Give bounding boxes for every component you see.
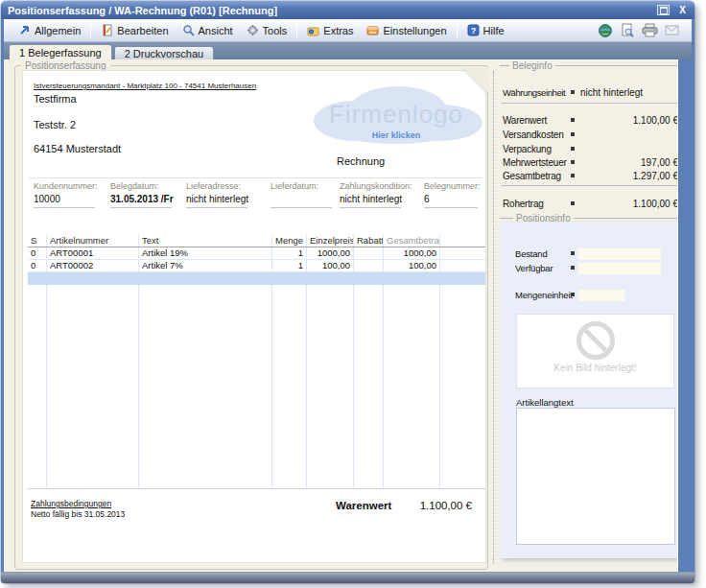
company-logo-placeholder[interactable]: Firmenlogo Hier klicken (304, 81, 488, 148)
menu-item-bearbeiten[interactable]: Bearbeiten (94, 22, 175, 38)
field-label: Lieferadresse: (186, 181, 263, 191)
window-title: Positionserfassung / WA-Rechnung (R01) [… (8, 5, 657, 16)
zahlungsbedingungen-link[interactable]: Zahlungsbedingungen (31, 499, 111, 508)
company-city: 64154 Musterstadt (34, 143, 121, 154)
menu-item-tools[interactable]: Tools (240, 22, 294, 38)
col-header-text[interactable]: Text (139, 235, 272, 247)
positionsinfo-row-verfuegbar: Verfügbar (500, 263, 678, 274)
beleginfo-row-verpackung: Verpackung (502, 144, 678, 155)
cell-text: Artikel 19% (139, 247, 272, 259)
positionsinfo-group-header: Positionsinfo (500, 213, 678, 223)
col-header-einzelpreis[interactable]: Einzelpreis (307, 235, 354, 247)
field-underline (271, 207, 332, 208)
menu-label: Tools (263, 25, 288, 36)
col-header-artikelnummer[interactable]: Artikelnummer (47, 235, 139, 247)
mengeneinheit-value-field (578, 290, 624, 301)
menu-item-einstellungen[interactable]: Einstellungen (360, 22, 453, 38)
menu-item-allgemein[interactable]: Allgemein (12, 22, 87, 38)
print-preview-icon[interactable] (620, 23, 635, 38)
bullet-icon (571, 132, 575, 136)
table-row[interactable]: 0 ART00002 Artikel 7% 1 100,00 100,00 (28, 260, 485, 272)
cell-einzelpreis: 100,00 (307, 260, 354, 271)
artikellangtext-textbox[interactable] (516, 408, 675, 545)
table-row[interactable]: 0 ART00001 Artikel 19% 1 1000,00 1000,00 (28, 247, 485, 260)
mandant-link[interactable]: Istversteuerungsmandant - Marktplatz 100… (34, 82, 256, 90)
no-image-text: Kein Bild hinterlegt! (517, 363, 673, 373)
row-label: Gesamtbetrag (503, 171, 561, 181)
cell-artikelnummer: ART00002 (47, 260, 139, 271)
no-image-icon (577, 321, 615, 360)
arrow-ne-icon (18, 24, 31, 36)
grid-col (47, 285, 139, 488)
row-label: Mehrwertsteuer (503, 157, 567, 168)
document-type-label: Rechnung (337, 155, 385, 167)
table-row-selected-empty[interactable] (28, 272, 485, 285)
field-value[interactable]: 31.05.2013 /Fr (110, 194, 174, 204)
mail-icon[interactable] (665, 24, 680, 36)
menu-item-extras[interactable]: Extras (300, 22, 360, 38)
beleginfo-group-header: Beleginfo (500, 60, 678, 70)
bestand-value-field (578, 248, 661, 260)
cell-blank (440, 260, 485, 271)
menu-separator (90, 23, 91, 38)
col-header-s[interactable]: S (28, 235, 47, 247)
col-header-gesamtbetrag[interactable]: Gesamtbetrag (384, 235, 440, 247)
close-icon[interactable]: X (677, 5, 688, 15)
tab-strip: 1 Belegerfassung 2 Druckvorschau (4, 42, 692, 59)
printer-icon[interactable] (642, 23, 658, 38)
beleginfo-divider (502, 103, 678, 104)
menu-separator (457, 23, 458, 38)
menu-item-hilfe[interactable]: ? Hilfe (460, 22, 511, 38)
beleginfo-row-warenwert: Warenwert 1.100,00 € (502, 115, 678, 127)
groupbox-line (500, 218, 513, 219)
help-icon: ? (467, 24, 480, 36)
grid-col (272, 285, 307, 488)
tab-druckvorschau[interactable]: 2 Druckvorschau (114, 46, 215, 59)
beleginfo-label: Beleginfo (509, 60, 555, 71)
menu-separator (296, 23, 297, 38)
positionsinfo-label: Positionsinfo (513, 213, 574, 223)
no-image-slash (578, 324, 612, 358)
field-underline (186, 207, 247, 208)
row-value: nicht hinterlegt (580, 87, 678, 98)
positionsinfo-row-bestand: Bestand (500, 248, 678, 260)
main-content: Positionserfassung Istversteuerungsmanda… (4, 59, 678, 572)
zahlungsbedingungen-text: Netto fällig bis 31.05.2013 (31, 509, 125, 519)
field-value[interactable]: nicht hinterlegt (340, 194, 402, 204)
cell-text: Artikel 7% (139, 260, 272, 271)
field-label: Belegnummer: (424, 181, 501, 191)
bullet-icon (571, 174, 575, 177)
invoice-sheet: Istversteuerungsmandant - Marktplatz 100… (22, 70, 486, 563)
cell-menge: 1 (272, 260, 307, 271)
grid-col (440, 285, 485, 488)
bullet-icon (571, 90, 575, 94)
edit-page-icon (101, 24, 113, 36)
col-header-rabatt[interactable]: Rabatt. (354, 235, 384, 247)
col-header-menge[interactable]: Menge (272, 235, 307, 247)
grid-col (354, 285, 384, 488)
row-value: 1.100,00 € (580, 115, 678, 126)
field-belegnummer: Belegnummer: 6 (424, 181, 501, 191)
menu-label: Bearbeiten (117, 25, 168, 36)
groupbox-line (574, 218, 678, 219)
web-icon[interactable] (598, 23, 613, 38)
table-header-row: S Artikelnummer Text Menge Einzelpreis R… (28, 235, 485, 247)
tab-belegerfassung[interactable]: 1 Belegerfassung (9, 44, 112, 59)
company-street: Teststr. 2 (34, 119, 76, 130)
gear-icon (247, 24, 259, 36)
field-value[interactable]: 10000 (34, 194, 60, 204)
field-kundennummer: Kundennummer: 10000 (34, 181, 110, 191)
row-label: Mengeneinheit (515, 290, 573, 300)
field-value[interactable]: nicht hinterlegt (186, 194, 248, 204)
window-bottom-border (1, 572, 694, 583)
svg-text:?: ? (470, 26, 476, 35)
table-empty-area[interactable] (28, 285, 485, 489)
restore-window-icon[interactable] (657, 5, 670, 15)
field-zahlungskondition: Zahlungskondition: nicht hinterlegt (340, 181, 416, 191)
field-underline (110, 207, 172, 208)
bullet-icon (571, 160, 575, 164)
bullet-icon (571, 201, 575, 205)
menu-item-ansicht[interactable]: Ansicht (176, 22, 240, 38)
field-value[interactable]: 6 (424, 194, 430, 204)
field-lieferdatum: Lieferdatum: (271, 181, 347, 191)
